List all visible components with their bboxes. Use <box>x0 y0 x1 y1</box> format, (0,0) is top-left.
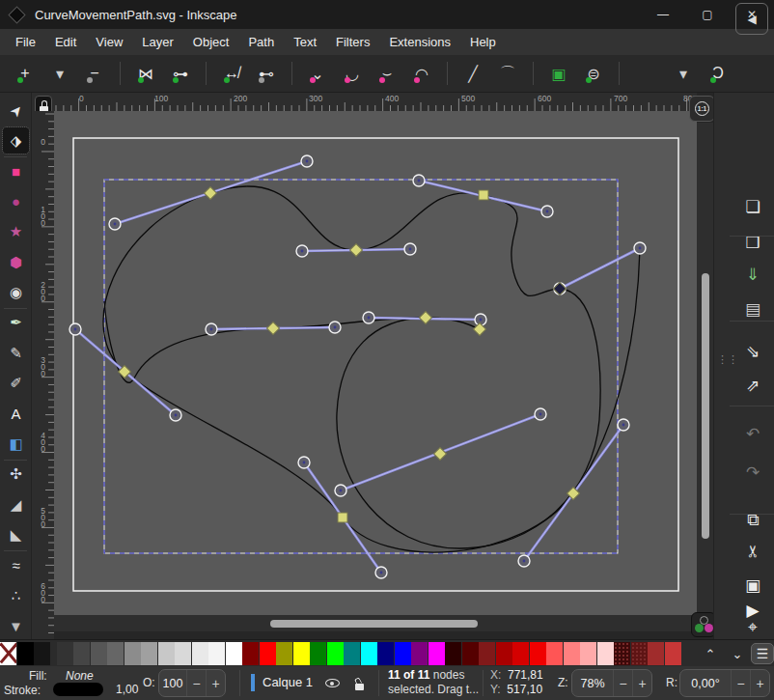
vertical-scrollbar-thumb[interactable] <box>702 273 709 539</box>
layer-lock-icon[interactable] <box>351 674 369 693</box>
insert-node-button[interactable]: + <box>11 59 40 88</box>
export-button[interactable]: ⇗ <box>733 372 772 399</box>
palette-scroll-up[interactable]: ⌃ <box>699 643 722 664</box>
print-document-button[interactable]: ▤ <box>733 295 772 322</box>
stroke-to-path-button[interactable]: ⊜ <box>579 59 608 88</box>
color-swatch[interactable] <box>175 642 191 665</box>
color-swatch[interactable] <box>665 642 681 665</box>
palette-menu-button[interactable]: ☰ <box>751 643 774 664</box>
color-swatch[interactable] <box>73 642 90 665</box>
color-swatch[interactable] <box>141 642 157 665</box>
text-tool[interactable]: A <box>3 401 29 427</box>
expand-panel-button[interactable]: ▶ <box>733 597 772 624</box>
color-swatch[interactable] <box>361 642 377 665</box>
menu-view[interactable]: View <box>86 31 132 53</box>
color-swatch[interactable] <box>445 642 461 665</box>
rotation-value[interactable]: 0,00° <box>680 677 731 690</box>
rectangle-tool[interactable]: ■ <box>3 158 29 184</box>
color-swatch[interactable] <box>192 642 208 665</box>
color-swatch[interactable] <box>496 642 512 665</box>
color-swatch[interactable] <box>546 642 563 665</box>
stroke-width-value[interactable]: 1,00 <box>116 683 138 696</box>
snapping-button[interactable]: Ɔ <box>704 59 733 88</box>
box3d-tool[interactable]: ⬢ <box>3 249 29 275</box>
rotation-spinner[interactable]: 0,00° − + <box>679 669 770 697</box>
selector-tool[interactable]: ➤ <box>0 92 35 128</box>
color-swatch[interactable] <box>530 642 546 665</box>
ellipse-tool[interactable]: ● <box>3 188 29 214</box>
palette-scroll-down[interactable]: ⌄ <box>726 643 749 664</box>
collapse-toolbar-button[interactable]: ◀ <box>735 3 768 35</box>
node-smooth-button[interactable]: ◡ <box>338 59 367 88</box>
horizontal-scrollbar[interactable] <box>54 615 697 631</box>
open-document-button[interactable]: ❒ <box>733 229 772 256</box>
node-symmetric-button[interactable]: ⌣ <box>373 59 401 88</box>
drawing-svg[interactable] <box>54 111 697 615</box>
color-swatch[interactable] <box>631 642 648 665</box>
bucket-tool[interactable]: ◣ <box>3 522 29 548</box>
star-tool[interactable]: ★ <box>3 219 29 245</box>
paste-button[interactable]: ▣ <box>733 572 772 599</box>
canvas[interactable] <box>54 111 697 615</box>
stroke-color-swatch[interactable] <box>53 683 103 696</box>
x-dropdown-button[interactable]: ▾ <box>669 59 698 88</box>
rotation-plus-button[interactable]: + <box>750 670 769 696</box>
segment-curve-button[interactable]: ⌒ <box>493 59 522 88</box>
color-swatch[interactable] <box>57 642 73 665</box>
color-swatch[interactable] <box>293 642 310 665</box>
opacity-minus-button[interactable]: − <box>186 670 206 696</box>
object-to-path-button[interactable]: ▣ <box>544 59 573 88</box>
menu-object[interactable]: Object <box>183 31 239 53</box>
zoom-plus-button[interactable]: + <box>632 670 651 696</box>
dropper-tool[interactable]: ◢ <box>3 491 29 518</box>
node-corner-button[interactable]: ⌄ <box>303 59 332 88</box>
color-swatch[interactable] <box>512 642 529 665</box>
menu-filters[interactable]: Filters <box>326 31 379 53</box>
copy-button[interactable]: ⧉ <box>733 507 772 534</box>
join-nodes-button[interactable]: ⋈ <box>131 59 160 88</box>
color-swatch[interactable] <box>377 642 394 665</box>
spiral-tool[interactable]: ◉ <box>3 279 29 305</box>
color-swatch[interactable] <box>428 642 445 665</box>
color-swatch[interactable] <box>597 642 614 665</box>
segment-line-button[interactable]: ╱ <box>458 59 487 88</box>
node-auto-button[interactable]: ◠ <box>407 59 436 88</box>
break-nodes-button[interactable]: ↮ <box>217 59 246 88</box>
zoom-value[interactable]: 78% <box>572 677 613 690</box>
zoom-1-1-button[interactable]: 1:1 <box>689 96 715 122</box>
menu-layer[interactable]: Layer <box>132 31 183 53</box>
path-node[interactable] <box>479 190 488 200</box>
color-swatch[interactable] <box>260 642 276 665</box>
undo-button[interactable]: ↶ <box>733 420 772 447</box>
delete-segment-button[interactable]: ⊷ <box>252 59 281 88</box>
redo-button[interactable]: ↷ <box>733 459 772 486</box>
opacity-spinner[interactable]: 100 − + <box>158 669 226 697</box>
new-document-button[interactable]: ❏ <box>733 193 772 220</box>
color-swatch[interactable] <box>226 642 242 665</box>
menu-text[interactable]: Text <box>284 31 326 53</box>
color-swatch[interactable] <box>242 642 259 665</box>
delete-node-button[interactable]: − <box>80 59 109 88</box>
color-swatch[interactable] <box>462 642 479 665</box>
color-swatch[interactable] <box>327 642 344 665</box>
color-swatch[interactable] <box>395 642 411 665</box>
layer-name[interactable]: Calque 1 <box>263 675 313 689</box>
color-swatch[interactable] <box>411 642 428 665</box>
join-with-segment-button[interactable]: ⊶ <box>166 59 195 88</box>
save-document-button[interactable]: ⇓ <box>733 261 772 288</box>
fill-value[interactable]: None <box>66 669 94 683</box>
color-swatch[interactable] <box>17 642 34 665</box>
cut-button[interactable]: ✂ <box>739 532 766 571</box>
title-bar[interactable]: CurveMovementPath.svg - Inkscape — ▢ ✕ <box>0 0 774 29</box>
zoom-spinner[interactable]: 78% − + <box>571 669 652 697</box>
opacity-plus-button[interactable]: + <box>206 670 225 696</box>
menu-help[interactable]: Help <box>460 31 506 53</box>
zoom-minus-button[interactable]: − <box>613 670 632 696</box>
maximize-button[interactable]: ▢ <box>685 0 730 29</box>
calligraphy-tool[interactable]: ✐ <box>3 371 29 397</box>
color-swatch[interactable] <box>648 642 664 665</box>
rotation-minus-button[interactable]: − <box>731 670 750 696</box>
dock-drag-handle[interactable]: ⋮⋮ <box>717 353 738 366</box>
color-swatch[interactable] <box>107 642 124 665</box>
tweak-tool[interactable]: ≈ <box>3 552 29 578</box>
